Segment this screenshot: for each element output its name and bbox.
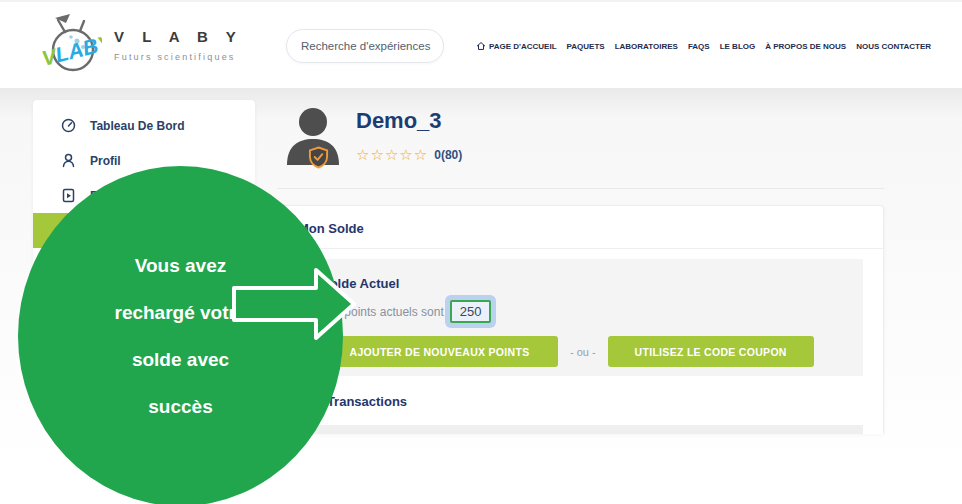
username: Demo_3 (356, 108, 442, 134)
dashboard-icon (61, 118, 76, 133)
verified-shield-icon (308, 146, 329, 169)
rating: ☆☆☆☆☆ 0(80) (356, 146, 462, 164)
search-box[interactable] (286, 29, 444, 63)
arrow-pointer-icon (230, 262, 358, 344)
nav-apropos[interactable]: À PROPOS DE NOUS (765, 42, 846, 51)
use-coupon-button[interactable]: UTILISEZ LE CODE COUPON (608, 336, 814, 367)
balance-section-title: Solde Actuel (321, 276, 863, 291)
nav-paquets[interactable]: PAQUETS (567, 42, 605, 51)
nav-faqs[interactable]: FAQS (688, 42, 710, 51)
home-icon (476, 41, 486, 51)
user-icon (61, 153, 76, 168)
success-message-line: rechargé votre (114, 289, 246, 336)
current-balance-panel: Solde Actuel Vos points actuels sont 250… (296, 259, 863, 376)
flask-stopper (55, 14, 70, 23)
balance-actions: AJOUTER DE NOUVEAUX POINTS - ou - UTILIS… (321, 336, 863, 367)
vlaby-profile-page: VLABY V L A B Y Futurs scientifiques PAG… (0, 0, 962, 504)
nav-home[interactable]: PAGE D'ACCUEIL (476, 41, 557, 51)
logo[interactable]: VLABY V L A B Y Futurs scientifiques (38, 12, 243, 78)
main-nav: PAGE D'ACCUEIL PAQUETS LABORATOIRES FAQS… (476, 2, 931, 90)
rating-stars: ☆☆☆☆☆ (356, 146, 428, 164)
rating-count: 0(80) (434, 148, 462, 162)
sidebar-item-dashboard[interactable]: Tableau De Bord (33, 108, 255, 143)
balance-card: Mon Solde Solde Actuel Vos points actuel… (277, 205, 884, 434)
divider (277, 188, 884, 189)
experiments-icon (61, 188, 76, 203)
logo-title: V L A B Y (114, 28, 243, 45)
nav-contact[interactable]: NOUS CONTACTER (856, 42, 931, 51)
vlaby-flask-icon: VLABY (38, 12, 102, 78)
or-separator: - ou - (570, 346, 596, 358)
points-line: Vos points actuels sont 250 (321, 300, 863, 323)
nav-laboratoires[interactable]: LABORATOIRES (615, 42, 678, 51)
search-input[interactable] (301, 40, 455, 52)
points-value: 250 (450, 300, 492, 323)
transactions-table-header (296, 425, 863, 434)
nav-blog[interactable]: LE BLOG (720, 42, 756, 51)
success-message-line: Vous avez (135, 242, 227, 289)
success-message-line: solde avec (132, 336, 229, 383)
header: VLABY V L A B Y Futurs scientifiques PAG… (0, 0, 962, 88)
success-message-line: succès (148, 383, 212, 430)
nav-home-label: PAGE D'ACCUEIL (489, 42, 557, 51)
balance-card-title: Mon Solde (278, 206, 883, 249)
logo-subtitle: Futurs scientifiques (114, 52, 243, 62)
sidebar-item-label: Profil (90, 154, 121, 168)
sidebar-item-label: Tableau De Bord (90, 119, 184, 133)
